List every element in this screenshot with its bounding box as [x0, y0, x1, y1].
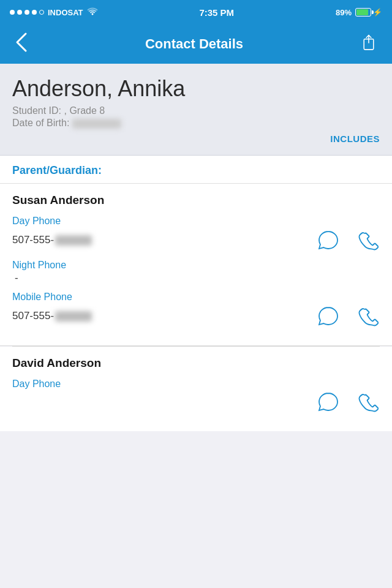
day-phone-label-susan: Day Phone [12, 216, 380, 227]
page-title: Contact Details [33, 36, 355, 52]
day-phone-message-button-david[interactable] [316, 390, 341, 414]
status-left: INDOSAT [10, 7, 98, 18]
mobile-phone-label-susan: Mobile Phone [12, 292, 380, 303]
dot-1 [10, 10, 15, 15]
status-bar: INDOSAT 7:35 PM 89% ⚡ [0, 0, 392, 24]
carrier-label: INDOSAT [48, 8, 83, 17]
signal-dots [10, 10, 44, 15]
dot-2 [17, 10, 22, 15]
contact-card-susan: Susan Anderson Day Phone 507-555- [0, 184, 392, 346]
mobile-phone-actions-susan [316, 304, 380, 328]
back-button[interactable] [10, 29, 33, 60]
mobile-phone-number-susan: 507-555- [12, 310, 316, 322]
mobile-phone-call-button-susan[interactable] [355, 304, 380, 328]
guardian-label: Parent/Guardian: [12, 164, 102, 176]
includes-button[interactable]: INCLUDES [330, 134, 380, 144]
section-label: Parent/Guardian: [0, 156, 392, 184]
day-phone-number-susan: 507-555- [12, 234, 316, 246]
share-button[interactable] [355, 32, 382, 56]
mobile-phone-row-susan: 507-555- [12, 304, 380, 328]
mobile-phone-entry-susan: Mobile Phone 507-555- [12, 292, 380, 328]
day-phone-call-button-david[interactable] [355, 390, 380, 414]
nav-bar: Contact Details [0, 24, 392, 64]
day-phone-actions-david [316, 390, 380, 414]
battery-body [355, 8, 371, 17]
night-phone-label-susan: Night Phone [12, 260, 380, 271]
dob-value-blurred [72, 119, 121, 129]
day-phone-entry-susan: Day Phone 507-555- [12, 216, 380, 252]
status-time: 7:35 PM [199, 7, 234, 18]
mobile-phone-message-button-susan[interactable] [316, 304, 341, 328]
day-phone-blurred-susan [55, 235, 92, 246]
battery-icon: ⚡ [355, 8, 382, 17]
night-phone-entry-susan: Night Phone - [12, 260, 380, 284]
battery-fill [356, 9, 368, 15]
includes-row: INCLUDES [12, 134, 380, 144]
mobile-phone-blurred-susan [55, 311, 92, 322]
battery-percent: 89% [336, 8, 352, 17]
night-phone-value-susan: - [12, 272, 380, 284]
day-phone-row-david [12, 390, 380, 414]
contact-card-david: David Anderson Day Phone [0, 347, 392, 431]
dot-5 [39, 10, 44, 15]
guardian-name-susan: Susan Anderson [12, 194, 380, 207]
dot-3 [24, 10, 29, 15]
day-phone-message-button-susan[interactable] [316, 228, 341, 252]
contact-dob: Date of Birth: [12, 118, 380, 129]
day-phone-label-david: Day Phone [12, 379, 380, 390]
wifi-icon [87, 7, 98, 18]
dob-label: Date of Birth: [12, 118, 69, 128]
guardian-name-david: David Anderson [12, 356, 380, 370]
dot-4 [32, 10, 37, 15]
charging-bolt: ⚡ [373, 8, 382, 17]
contact-student-id: Student ID: , Grade 8 [12, 105, 380, 116]
day-phone-actions-susan [316, 228, 380, 252]
status-right: 89% ⚡ [336, 8, 382, 17]
contact-header: Anderson, Annika Student ID: , Grade 8 D… [0, 64, 392, 156]
day-phone-call-button-susan[interactable] [355, 228, 380, 252]
day-phone-entry-david: Day Phone [12, 379, 380, 414]
contact-name: Anderson, Annika [12, 76, 380, 102]
day-phone-row-susan: 507-555- [12, 228, 380, 252]
